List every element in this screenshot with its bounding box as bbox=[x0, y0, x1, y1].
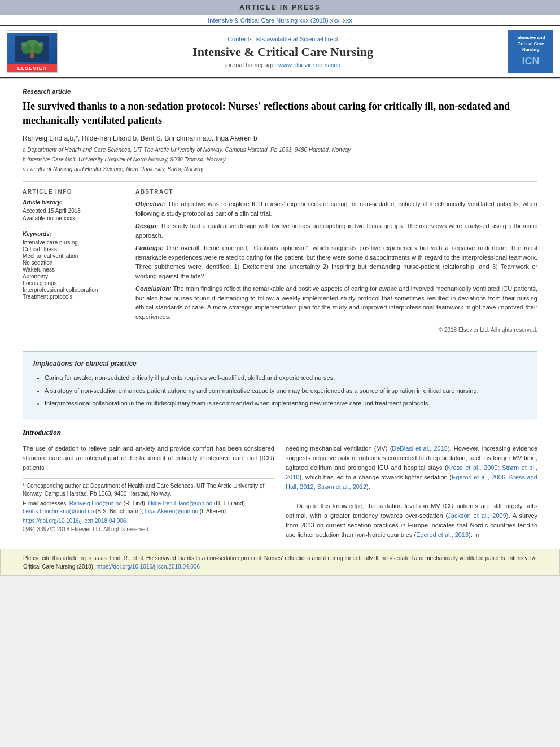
citation-footer: Please cite this article in press as: Li… bbox=[0, 549, 560, 576]
ref-jackson[interactable]: Jackson et al., 2009 bbox=[448, 512, 506, 519]
journal-title: Intensive & Critical Care Nursing bbox=[63, 45, 502, 59]
authors-line: Ranveig Lind a,b,*, Hilde-Irén Liland b,… bbox=[23, 134, 537, 142]
affiliation-b: b Intensive Care Unit, University Hospit… bbox=[23, 155, 537, 164]
keyword-4: No sedation bbox=[23, 260, 116, 266]
article-info-abstract: ARTICLE INFO Article history: Accepted 1… bbox=[23, 181, 537, 334]
footnotes: * Corresponding author at: Department of… bbox=[23, 478, 274, 532]
abstract-findings: Findings: One overall theme emerged, "Ca… bbox=[135, 243, 537, 281]
svg-point-6 bbox=[38, 42, 43, 47]
ref-egerod-2013[interactable]: Egerod et al., 2013 bbox=[416, 531, 469, 538]
citation-doi-link[interactable]: https://doi.org/10.1016/j.iccn.2018.04.0… bbox=[97, 563, 200, 570]
implication-1: Caring for awake, non-sedated critically… bbox=[45, 373, 527, 383]
svg-point-5 bbox=[21, 42, 27, 47]
elsevier-text: ELSEVIER bbox=[7, 64, 57, 72]
body-left-col: The use of sedation to relieve pain and … bbox=[23, 444, 274, 540]
intro-left-text: The use of sedation to relieve pain and … bbox=[23, 444, 274, 473]
footnote-corresponding: * Corresponding author at: Department of… bbox=[23, 482, 274, 498]
implication-3: Interprofessional collaboration in the m… bbox=[45, 399, 527, 408]
elsevier-logo-image bbox=[7, 33, 57, 64]
intro-right-text: needing mechanical ventilation (MV) (DeB… bbox=[286, 444, 537, 540]
abstract-objective: Objective: The objective was to explore … bbox=[135, 199, 537, 218]
introduction-title: Introduction bbox=[23, 428, 537, 437]
affiliations: a Department of Health and Care Sciences… bbox=[23, 146, 537, 173]
article-content: Research article He survived thanks to a… bbox=[0, 78, 560, 343]
svg-rect-4 bbox=[30, 52, 34, 58]
ref-egerod[interactable]: Egerod et al., 2006 bbox=[452, 474, 505, 480]
body-section: Introduction The use of sedation to reli… bbox=[0, 428, 560, 549]
article-in-press-banner: ARTICLE IN PRESS bbox=[0, 0, 560, 15]
abstract-design: Design: The study had a qualitative desi… bbox=[135, 221, 537, 240]
journal-homepage: journal homepage: www.elsevier.com/iccn bbox=[63, 62, 502, 68]
abstract-copyright: © 2018 Elsevier Ltd. All rights reserved… bbox=[135, 326, 537, 334]
divider bbox=[23, 225, 116, 225]
abstract-col: ABSTRACT Objective: The objective was to… bbox=[135, 189, 537, 334]
email-link-2[interactable]: Hilde-Iren.Liland@unn.no bbox=[148, 500, 213, 506]
ref-kress[interactable]: Kress et al., 2000 bbox=[447, 464, 498, 471]
contents-available: Contents lists available at ScienceDirec… bbox=[63, 36, 502, 42]
article-title: He survived thanks to a non-sedation pro… bbox=[23, 99, 537, 128]
homepage-url[interactable]: www.elsevier.com/iccn bbox=[278, 62, 340, 68]
implications-list: Caring for awake, non-sedated critically… bbox=[33, 373, 527, 408]
abstract-conclusion: Conclusion: The main findings reflect th… bbox=[135, 284, 537, 321]
footnote-email: E-mail addresses: Ranveig.Lind@uit.no (R… bbox=[23, 500, 274, 516]
keyword-8: Interprofessional collaboration bbox=[23, 287, 116, 293]
keyword-5: Wakefulness bbox=[23, 267, 116, 273]
keyword-1: Intensive care nursing bbox=[23, 239, 116, 246]
ref-deblasi[interactable]: DeBlasi et al., 2015 bbox=[392, 445, 448, 452]
journal-center: Contents lists available at ScienceDirec… bbox=[63, 36, 502, 68]
body-right-col: needing mechanical ventilation (MV) (DeB… bbox=[286, 444, 537, 540]
implications-box: Implications for clinical practice Carin… bbox=[23, 351, 537, 420]
email-link-4[interactable]: Inga.Akeren@unn.no bbox=[145, 508, 198, 514]
keyword-3: Mechanical ventilation bbox=[23, 253, 116, 259]
email-link-3[interactable]: berit.s.brinchmann@nord.no bbox=[23, 508, 94, 514]
sciencedirect-link[interactable]: ScienceDirect bbox=[300, 36, 338, 42]
article-type-label: Research article bbox=[23, 88, 537, 95]
article-info-heading: ARTICLE INFO bbox=[23, 189, 116, 195]
keyword-2: Critical illness bbox=[23, 246, 116, 252]
available-online: Available online xxxx bbox=[23, 215, 116, 221]
affiliation-c: c Faculty of Nursing and Health Science,… bbox=[23, 165, 537, 173]
journal-link: Intensive & Critical Care Nursing xxx (2… bbox=[0, 15, 560, 25]
email-link-1[interactable]: Ranveig.Lind@uit.no bbox=[69, 500, 122, 506]
implication-2: A strategy of non-sedation enhances pati… bbox=[45, 386, 527, 396]
article-info-col: ARTICLE INFO Article history: Accepted 1… bbox=[23, 189, 124, 334]
doi-link[interactable]: https://doi.org/10.1016/j.iccn.2018.04.0… bbox=[23, 518, 274, 524]
implications-title: Implications for clinical practice bbox=[33, 360, 527, 368]
ref-strom-2012[interactable]: Strøm et al., 2012 bbox=[317, 483, 366, 490]
keyword-7: Focus groups bbox=[23, 280, 116, 286]
affiliation-a: a Department of Health and Care Sciences… bbox=[23, 146, 537, 154]
copyright-footer: 0964-3397/© 2018 Elsevier Ltd. All right… bbox=[23, 526, 274, 532]
journal-header: ELSEVIER Contents lists available at Sci… bbox=[0, 25, 560, 78]
keyword-6: Autonomy bbox=[23, 273, 116, 279]
history-label: Article history: bbox=[23, 199, 116, 206]
keyword-9: Treatment protocols bbox=[23, 294, 116, 300]
elsevier-logo: ELSEVIER bbox=[7, 30, 58, 73]
accepted-date: Accepted 15 April 2018 bbox=[23, 208, 116, 214]
iccn-logo: Intensive and Critical Care Nursing ICN bbox=[508, 30, 553, 73]
abstract-heading: ABSTRACT bbox=[135, 189, 537, 195]
body-two-col: The use of sedation to relieve pain and … bbox=[23, 444, 537, 540]
keywords-label: Keywords: bbox=[23, 231, 116, 237]
abstract-text: Objective: The objective was to explore … bbox=[135, 199, 537, 334]
